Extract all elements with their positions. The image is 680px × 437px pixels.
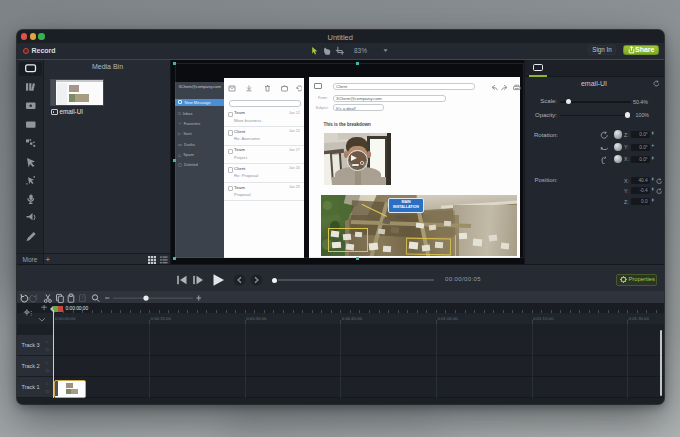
svg-text:83%: 83% bbox=[354, 47, 367, 54]
